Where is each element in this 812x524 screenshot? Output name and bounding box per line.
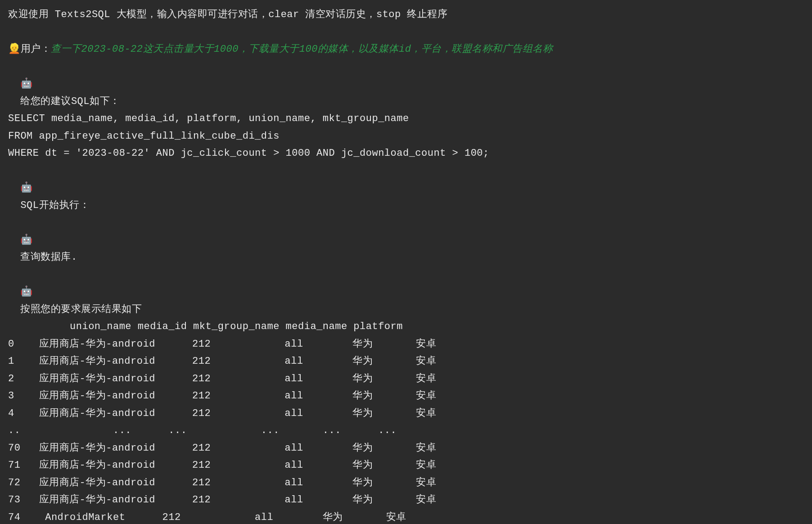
robot-suggest-label: 给您的建议SQL如下：: [20, 96, 120, 107]
table-row: 71 应用商店-华为-android 212 all 华为 安卓: [8, 457, 804, 474]
robot-exec-line: 🤖 SQL开始执行：: [8, 163, 804, 215]
user-query-text: 查一下2023-08-22这天点击量大于1000，下载量大于100的媒体，以及媒…: [51, 41, 553, 59]
robot-result-line: 🤖 按照您的要求展示结果如下: [8, 267, 804, 319]
table-row: 72 应用商店-华为-android 212 all 华为 安卓: [8, 474, 804, 492]
table-row: 70 应用商店-华为-android 212 all 华为 安卓: [8, 440, 804, 457]
table-row: 0 应用商店-华为-android 212 all 华为 安卓: [8, 336, 804, 353]
robot-emoji-icon: 🤖: [20, 286, 33, 298]
table-row: 74 AndroidMarket 212 all 华为 安卓: [8, 509, 804, 524]
robot-querydb-line: 🤖 查询数据库.: [8, 214, 804, 267]
welcome-message: 欢迎使用 Texts2SQL 大模型，输入内容即可进行对话，clear 清空对话…: [8, 6, 804, 24]
robot-suggest-line: 🤖 给您的建议SQL如下：: [8, 59, 804, 111]
user-emoji-icon: 👱: [8, 41, 21, 59]
robot-querydb-label: 查询数据库.: [20, 252, 77, 263]
blank-line: [8, 24, 804, 41]
table-row: 3 应用商店-华为-android 212 all 华为 安卓: [8, 388, 804, 405]
sql-line-1: FROM app_fireye_active_full_link_cube_di…: [8, 128, 804, 145]
table-row: 2 应用商店-华为-android 212 all 华为 安卓: [8, 370, 804, 388]
table-row-ellipsis: .. ... ... ... ... ...: [8, 422, 804, 440]
table-row: 4 应用商店-华为-android 212 all 华为 安卓: [8, 405, 804, 423]
table-row: 1 应用商店-华为-android 212 all 华为 安卓: [8, 353, 804, 370]
sql-line-0: SELECT media_name, media_id, platform, u…: [8, 110, 804, 128]
robot-emoji-icon: 🤖: [20, 182, 33, 194]
sql-line-2: WHERE dt = '2023-08-22' AND jc_click_cou…: [8, 145, 804, 163]
robot-exec-label: SQL开始执行：: [20, 200, 90, 211]
table-row: 73 应用商店-华为-android 212 all 华为 安卓: [8, 492, 804, 509]
robot-emoji-icon: 🤖: [20, 78, 33, 90]
robot-emoji-icon: 🤖: [20, 235, 33, 246]
user-prefix-label: 用户：: [21, 41, 51, 59]
user-prompt-line: 👱 用户： 查一下2023-08-22这天点击量大于1000，下载量大于100的…: [8, 41, 804, 59]
robot-result-label: 按照您的要求展示结果如下: [20, 304, 142, 315]
table-header: union_name media_id mkt_group_name media…: [8, 318, 804, 336]
